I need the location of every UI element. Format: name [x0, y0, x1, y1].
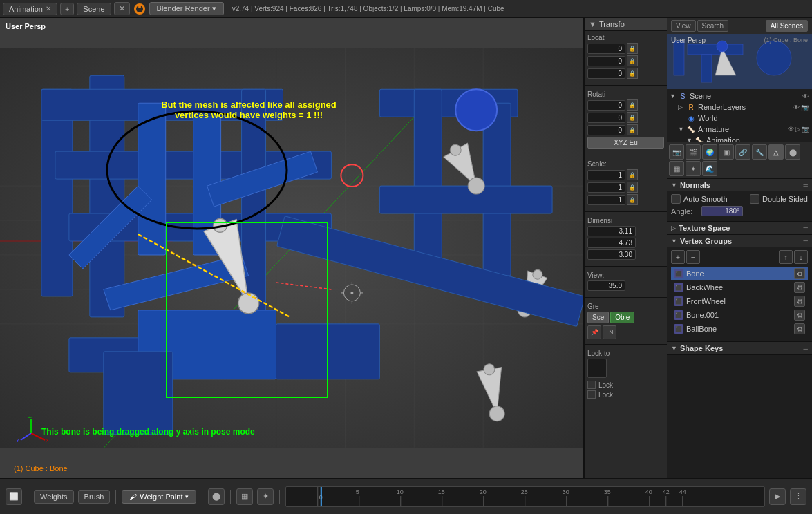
tree-item-armature[interactable]: ▼ 🦴 Armature 👁 ▷ 📷 [668, 124, 811, 135]
all-scenes-tab[interactable]: All Scenes [766, 20, 808, 32]
sk-header[interactable]: ▼ Shape Keys ═ [667, 342, 812, 354]
scene-selector[interactable]: Scene [77, 3, 111, 15]
constraints-btn[interactable]: 🔗 [735, 144, 750, 160]
dim-y-input[interactable] [587, 238, 636, 248]
scale-y-lock[interactable]: 🔒 [627, 182, 638, 193]
arm-render-icon[interactable]: 📷 [802, 126, 809, 133]
texture-space-header[interactable]: ▷ Texture Space ═ [667, 222, 812, 234]
vg-collapse-btn[interactable]: ═ [804, 238, 808, 245]
tree-item-scene[interactable]: ▼ S Scene 👁 [668, 91, 811, 102]
obj-button[interactable]: Obje [610, 312, 634, 323]
more-btn[interactable]: ⋮ [790, 488, 806, 505]
color-sphere-btn[interactable]: ⬤ [208, 488, 225, 505]
data-btn[interactable]: △ [768, 144, 784, 160]
rotation-z-lock[interactable]: 🔒 [627, 124, 638, 135]
lock1-row: Lock [587, 381, 664, 389]
rotation-y-lock[interactable]: 🔒 [627, 112, 638, 123]
animation-tab[interactable]: Animation ✕ [3, 3, 57, 15]
tree-item-animation[interactable]: ▼ 🦴 Animation [668, 135, 811, 142]
vg-bone-options[interactable]: ⚙ [794, 268, 805, 279]
scale-z-lock[interactable]: 🔒 [627, 194, 638, 205]
normals-header[interactable]: ▼ Normals ═ [667, 179, 812, 191]
physics-btn[interactable]: 🌊 [702, 161, 717, 176]
dim-x-input[interactable] [587, 226, 636, 236]
plus-n-btn[interactable]: +N [603, 325, 616, 339]
render-engine-selector[interactable]: Blender Render ▾ [149, 2, 224, 15]
search-tab[interactable]: Search [697, 20, 729, 32]
vg-backwheel[interactable]: ⬛ BackWheel ⚙ [671, 280, 808, 294]
material-btn[interactable]: ⬤ [785, 144, 800, 160]
view-tab[interactable]: View [671, 20, 696, 32]
angle-input[interactable] [701, 206, 743, 216]
object-props-btn[interactable]: ▣ [719, 144, 734, 160]
vg-header[interactable]: ▼ Vertex Groups ═ [667, 235, 812, 247]
scale-y-input[interactable] [587, 182, 625, 193]
rl-cam-icon[interactable]: 📷 [801, 104, 809, 111]
transform-arrow[interactable]: ▼ [589, 20, 596, 28]
weight-paint-mode[interactable]: 🖌 Weight Paint ▾ [122, 490, 196, 504]
rl-eye-icon[interactable]: 👁 [793, 104, 800, 111]
vg-bone001[interactable]: ⬛ Bone.001 ⚙ [671, 308, 808, 322]
viewport[interactable]: User Persp [0, 18, 584, 478]
brush-button[interactable]: Brush [78, 490, 111, 504]
vg-bone[interactable]: ⬛ Bone ⚙ [671, 267, 808, 280]
scale-z-input[interactable] [587, 195, 625, 205]
viewport-overlay-btn[interactable]: ▦ [236, 488, 253, 505]
vg-frontwheel[interactable]: ⬛ FrontWheel ⚙ [671, 294, 808, 308]
rotation-x-lock[interactable]: 🔒 [627, 99, 638, 111]
vg-bw-icon: ⬛ [674, 283, 683, 292]
xyz-euler-button[interactable]: XYZ Eu [587, 137, 664, 149]
world-props-btn[interactable]: 🌍 [702, 144, 717, 160]
weights-button[interactable]: Weights [34, 490, 74, 504]
scale-x-input[interactable] [587, 170, 625, 180]
double-sided-checkbox[interactable] [750, 194, 759, 204]
tree-item-world[interactable]: ◉ World [668, 113, 811, 124]
scene-props-btn[interactable]: 🎬 [686, 144, 701, 160]
vg-remove-button[interactable]: − [686, 250, 700, 264]
tree-item-renderlayers[interactable]: ▷ R RenderLayers 👁 📷 [668, 102, 811, 113]
lock1-checkbox[interactable] [587, 381, 596, 389]
rotation-y-input[interactable] [587, 113, 625, 123]
timeline-strip[interactable]: 0 5 10 15 20 25 30 35 40 42 44 [285, 486, 765, 507]
location-y-lock[interactable]: 🔒 [627, 55, 638, 66]
vg-add-button[interactable]: + [671, 250, 685, 264]
svg-rect-22 [138, 103, 166, 255]
dim-z-input[interactable] [587, 249, 636, 260]
vg-bb-options[interactable]: ⚙ [794, 323, 805, 334]
add-scene-button[interactable]: ✕ [114, 2, 130, 15]
scale-x-lock[interactable]: 🔒 [627, 169, 638, 180]
playback-controls[interactable]: ▶ [769, 488, 786, 505]
location-x-lock[interactable]: 🔒 [627, 43, 638, 54]
normals-collapse-btn[interactable]: ═ [804, 182, 808, 189]
location-z-input[interactable] [587, 68, 625, 79]
location-z-lock[interactable]: 🔒 [627, 68, 638, 79]
texture-btn[interactable]: ▦ [669, 161, 684, 176]
vg-down-button[interactable]: ↓ [794, 250, 808, 264]
vg-b001-options[interactable]: ⚙ [794, 310, 805, 321]
render-props-btn[interactable]: 📷 [669, 144, 684, 160]
vg-up-button[interactable]: ↑ [779, 250, 793, 264]
rotation-z-input[interactable] [587, 125, 625, 135]
sce-button[interactable]: Sce [587, 312, 609, 323]
close-tab-icon[interactable]: ✕ [46, 5, 51, 12]
pin-icon-btn[interactable]: 📌 [587, 325, 601, 339]
arm-restrict-icon[interactable]: ▷ [795, 126, 800, 133]
xray-btn[interactable]: ✦ [257, 488, 274, 505]
location-x-input[interactable] [587, 44, 625, 54]
modifiers-btn[interactable]: 🔧 [752, 144, 767, 160]
lock2-checkbox[interactable] [587, 390, 596, 399]
auto-smooth-checkbox[interactable] [671, 194, 681, 204]
particles-btn[interactable]: ✦ [686, 161, 701, 176]
rotation-x-input[interactable] [587, 100, 625, 111]
location-y-input[interactable] [587, 56, 625, 66]
vg-bw-options[interactable]: ⚙ [794, 282, 805, 293]
vg-ballbone[interactable]: ⬛ BallBone ⚙ [671, 322, 808, 336]
add-tab-button[interactable]: + [60, 3, 74, 15]
scene-eye-icon[interactable]: 👁 [802, 93, 809, 100]
arm-eye-icon[interactable]: 👁 [788, 126, 794, 133]
view-input[interactable] [587, 280, 625, 291]
sk-collapse-btn[interactable]: ═ [804, 345, 808, 352]
vg-fw-options[interactable]: ⚙ [794, 296, 805, 307]
viewport-mode-icon[interactable]: ⬜ [6, 488, 22, 505]
ts-collapse-btn[interactable]: ═ [804, 225, 808, 231]
